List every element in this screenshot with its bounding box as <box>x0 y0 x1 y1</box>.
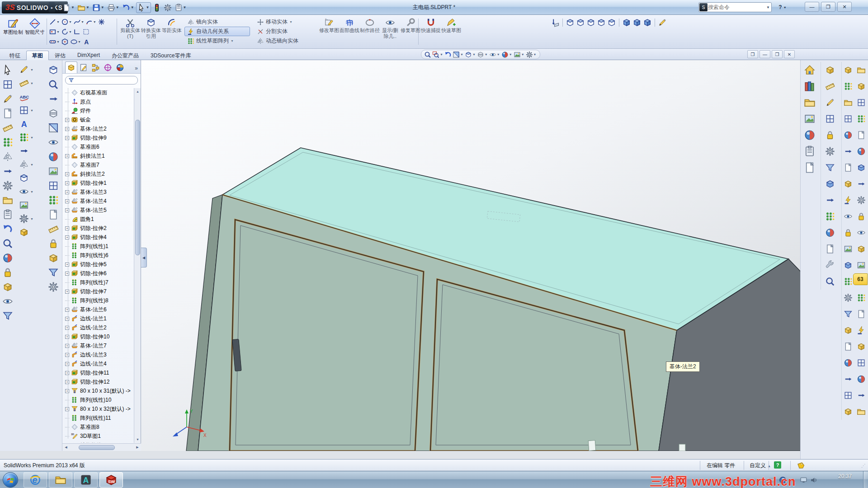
minimize-button[interactable]: — <box>805 2 819 12</box>
tree-item[interactable]: 阵列(线性)6 <box>62 251 134 260</box>
cube-button[interactable] <box>844 326 853 335</box>
undo-button[interactable] <box>2 224 13 235</box>
arrow-button[interactable] <box>857 391 866 400</box>
hide-show-items-button[interactable]: ▼ <box>489 51 500 58</box>
tree-item[interactable]: +斜接法兰2 <box>62 169 134 178</box>
expand-icon[interactable]: + <box>65 326 69 330</box>
pencil-button[interactable]: ▼ <box>16 63 44 76</box>
scene-button[interactable] <box>48 166 59 177</box>
tab-评估[interactable]: 评估 <box>49 51 71 60</box>
design-library-button[interactable] <box>804 80 816 92</box>
toolbar-button[interactable]: 移动实体▼ <box>254 17 315 27</box>
expand-icon[interactable]: + <box>65 380 69 384</box>
expand-icon[interactable]: + <box>65 208 69 212</box>
restore-document-button[interactable]: ❐ <box>772 50 783 58</box>
page-button[interactable] <box>2 108 13 119</box>
tree-item[interactable]: +切除-拉伸5 <box>62 260 134 269</box>
pencil-view-button[interactable] <box>658 18 667 27</box>
sketch-entity-ln-button[interactable]: ▼ <box>49 18 60 26</box>
expand-icon[interactable]: + <box>65 308 69 312</box>
expand-icon[interactable]: + <box>65 335 69 339</box>
sketch-entity-el-button[interactable]: ▼ <box>70 38 81 46</box>
tab-草图[interactable]: 草图 <box>26 51 49 60</box>
scroll-right-icon[interactable]: ▶ <box>134 446 141 449</box>
dots-button[interactable] <box>857 293 866 302</box>
eye-button[interactable] <box>2 296 13 307</box>
tabs-overflow-icon[interactable]: » <box>135 65 140 73</box>
expand-icon[interactable]: + <box>65 344 69 348</box>
expand-icon[interactable]: + <box>65 389 69 393</box>
graphics-area[interactable]: Y X ◀ 基体-法兰2 <box>141 60 800 451</box>
eye-button[interactable] <box>844 212 853 221</box>
cubeblue-button[interactable] <box>844 261 853 270</box>
tree-item[interactable]: 阵列(线性)7 <box>62 278 134 287</box>
section-view-button[interactable]: ▼ <box>453 51 464 58</box>
expand-icon[interactable]: + <box>65 317 69 321</box>
tree-item[interactable]: 阵列(线性)8 <box>62 296 134 305</box>
sketch-entity-st-button[interactable] <box>98 18 105 26</box>
magnifier-button[interactable] <box>2 238 13 249</box>
expand-icon[interactable]: + <box>65 272 69 276</box>
toolbar-button[interactable]: 等距实体 <box>162 17 182 47</box>
command-search[interactable]: S ▼ <box>698 2 772 12</box>
cubesolid-view-button[interactable] <box>632 18 642 27</box>
taskbar-solidworks[interactable]: SW <box>99 472 123 488</box>
search-dropdown-icon[interactable]: ▼ <box>765 5 771 9</box>
toolbar-button[interactable]: 面部曲线 <box>340 17 359 47</box>
expand-icon[interactable]: + <box>65 290 69 294</box>
sketch-entity-re-button[interactable]: ▼ <box>49 28 60 36</box>
folder-button[interactable] <box>857 66 866 75</box>
ruler-button[interactable] <box>2 122 13 133</box>
tree-item[interactable]: +基体-法兰4 <box>62 197 134 206</box>
styles-button[interactable] <box>48 108 59 119</box>
tree-item[interactable]: +切除-拉伸4 <box>62 233 134 242</box>
dots-button[interactable] <box>2 137 13 148</box>
arrow-button[interactable] <box>844 375 853 384</box>
gear-button[interactable] <box>2 180 13 191</box>
toolbar-button[interactable]: 制作路径 <box>360 17 380 47</box>
scene-button[interactable] <box>844 244 853 253</box>
pencil-button[interactable] <box>825 98 835 108</box>
toolbar-button[interactable]: 动态镜向实体 <box>254 36 315 46</box>
document-recovery-button[interactable] <box>804 162 816 174</box>
dots-button[interactable] <box>857 114 866 123</box>
letterA-button[interactable]: A <box>16 117 44 131</box>
customize-button[interactable]: 自定义 ▲ <box>750 462 771 469</box>
ball-button[interactable] <box>857 147 866 156</box>
cubeblue-button[interactable] <box>825 179 835 189</box>
scene-button[interactable] <box>16 198 44 212</box>
ball-button[interactable] <box>857 375 866 384</box>
cube-button[interactable] <box>857 244 866 253</box>
sketch-entity-ci-button[interactable]: ▼ <box>61 18 72 26</box>
toolbar-button[interactable]: 快速捕捉 <box>421 17 441 47</box>
cube-button[interactable] <box>825 65 835 75</box>
zoom-area-button[interactable]: ▼ <box>432 51 443 58</box>
cubewire-view-button[interactable] <box>566 18 575 27</box>
cube-button[interactable] <box>844 66 853 75</box>
tab-DimXpert[interactable]: DimXpert <box>71 51 106 60</box>
eye-button[interactable] <box>48 137 59 148</box>
expand-icon[interactable]: + <box>65 362 69 366</box>
sketch-entity-ar-button[interactable]: ▼ <box>85 18 96 26</box>
tree-item[interactable]: +边线-法兰1 <box>62 314 134 323</box>
gear-button[interactable] <box>844 293 853 302</box>
tree-item[interactable]: 圆角1 <box>62 215 134 224</box>
magnifier-button[interactable] <box>825 277 835 286</box>
tree-vertical-scrollbar[interactable]: ▲ ▼ <box>134 88 141 443</box>
funnel-button[interactable] <box>48 267 59 278</box>
gear-button[interactable] <box>857 196 866 205</box>
tree-horizontal-scrollbar[interactable]: ◀ ▶ <box>62 443 141 451</box>
page-button[interactable] <box>844 163 853 172</box>
tree-filter-box[interactable] <box>65 76 138 84</box>
tree-item[interactable]: +切除-拉伸7 <box>62 287 134 296</box>
solidworks-resources-button[interactable] <box>804 64 816 76</box>
abc-button[interactable]: ABC <box>16 90 44 103</box>
sketch-entity-sp-button[interactable]: ▼ <box>73 18 84 26</box>
gear-button[interactable]: ▼ <box>16 212 44 225</box>
expand-icon[interactable]: + <box>65 154 69 158</box>
dimxpert-manager-tab[interactable] <box>102 61 114 73</box>
scrollbar-thumb[interactable] <box>135 120 140 255</box>
page-button[interactable] <box>48 209 59 220</box>
scroll-left-icon[interactable]: ◀ <box>62 446 70 449</box>
cube-button[interactable] <box>844 179 853 188</box>
